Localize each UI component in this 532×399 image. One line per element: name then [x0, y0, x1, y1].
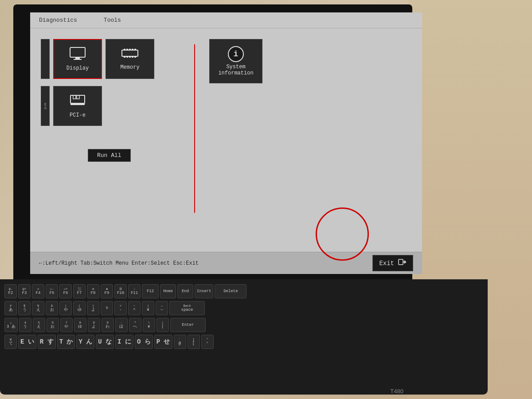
key-f11[interactable]: F12	[142, 284, 159, 298]
key-1-num[interactable]: ↙3 あ	[4, 318, 18, 332]
screen-bezel: Diagnostics Tools	[13, 4, 412, 279]
key-8[interactable]: を	[101, 301, 113, 315]
key-hints: ←:Left/Right Tab:Switch Menu Enter:Selec…	[39, 260, 199, 266]
key-f8[interactable]: ✱F9	[101, 284, 113, 298]
key-f5[interactable]: ☼+F6	[59, 284, 72, 298]
key-enter[interactable]: Enter	[170, 318, 206, 332]
key-minus[interactable]: |¥	[142, 301, 154, 315]
svg-rect-9	[124, 56, 125, 58]
key-bracket-l[interactable]: `@	[174, 335, 186, 349]
key-o[interactable]: O ら	[135, 335, 153, 349]
exit-icon	[398, 258, 407, 269]
key-y[interactable]: Y ん	[76, 335, 94, 349]
key-f9[interactable]: ☰F10	[114, 284, 127, 298]
tile-partial-left-2: ard	[41, 86, 50, 126]
key-0-num[interactable]: 0わ	[102, 318, 114, 332]
key-insert[interactable]: Insert	[195, 284, 213, 298]
pci-icon	[70, 94, 86, 110]
kb-row-fn: ψ-F2 ψ+F3 ✕F4 ☼-F5 ☼+F6 ⬛F7 ⚙F8 ✱F9 ☰F10…	[0, 283, 488, 300]
exit-label: Exit	[379, 260, 394, 267]
run-all-button[interactable]: Run All	[88, 149, 131, 162]
key-caret[interactable]: ^へ	[129, 318, 141, 332]
svg-rect-8	[134, 49, 136, 51]
key-f6[interactable]: ⬛F7	[73, 284, 86, 298]
svg-rect-6	[129, 49, 131, 51]
key-f10[interactable]: ☆F11	[128, 284, 141, 298]
svg-rect-7	[132, 49, 133, 51]
exit-button[interactable]: Exit	[372, 255, 413, 271]
kb-row-letters1: Wて E い R す T か Y ん U な I に O ら P せ `@ {[…	[0, 333, 488, 350]
menu-tools[interactable]: Tools	[104, 17, 121, 23]
svg-rect-14	[70, 95, 85, 103]
key-5-num[interactable]: 5え	[33, 318, 45, 332]
svg-rect-2	[74, 59, 82, 60]
key-w[interactable]: Wて	[4, 335, 17, 349]
diagnostics-section: Display	[39, 37, 190, 162]
svg-rect-13	[134, 56, 136, 58]
key-7[interactable]: )よ	[87, 301, 99, 315]
screen-display: Diagnostics Tools	[30, 12, 422, 274]
menu-bar: Diagnostics Tools	[30, 12, 422, 28]
key-hyphen[interactable]: -ほ	[115, 318, 128, 332]
key-backspace[interactable]: Backspace	[169, 301, 205, 315]
tile-pcie-label: PCI-e	[70, 112, 86, 118]
svg-rect-5	[126, 49, 128, 51]
bottom-bar: ←:Left/Right Tab:Switch Menu Enter:Selec…	[30, 252, 422, 274]
svg-rect-15	[73, 95, 76, 99]
tools-section: i Systeminformation	[207, 37, 264, 85]
svg-rect-16	[77, 95, 79, 99]
key-e[interactable]: E い	[18, 335, 36, 349]
tile-display-label: Display	[66, 65, 89, 71]
key-7-num[interactable]: 7や	[60, 318, 73, 332]
tile-pcie[interactable]: PCI-e	[53, 86, 102, 126]
key-tilde[interactable]: #あ	[4, 301, 17, 315]
key-9-num[interactable]: 9よ	[88, 318, 100, 332]
key-t[interactable]: T か	[57, 335, 75, 349]
key-u[interactable]: U な	[96, 335, 114, 349]
key-p[interactable]: P せ	[154, 335, 172, 349]
key-f2[interactable]: ψ+F3	[18, 284, 31, 298]
key-r[interactable]: R す	[38, 335, 56, 349]
svg-rect-3	[122, 50, 138, 56]
model-badge: T480	[390, 388, 403, 395]
key-4[interactable]: &お	[46, 301, 58, 315]
key-8-num[interactable]: 8ゆ	[74, 318, 86, 332]
tile-system-info-label: Systeminformation	[218, 64, 253, 76]
key-pipe[interactable]: ||	[156, 318, 169, 332]
key-2[interactable]: $う	[18, 301, 31, 315]
svg-rect-1	[75, 57, 80, 59]
tile-memory[interactable]: Memory	[106, 39, 154, 79]
red-divider	[194, 44, 195, 213]
keyboard: ψ-F2 ψ+F3 ✕F4 ☼-F5 ☼+F6 ⬛F7 ⚙F8 ✱F9 ☰F10…	[0, 279, 488, 395]
svg-rect-10	[126, 56, 128, 58]
tile-display[interactable]: Display	[53, 39, 102, 79]
memory-icon	[121, 48, 138, 62]
key-6-num[interactable]: 6お	[47, 318, 59, 332]
key-end[interactable]: End	[177, 284, 193, 298]
key-f7[interactable]: ⚙F8	[87, 284, 99, 298]
key-6[interactable]: (ゆ	[73, 301, 86, 315]
key-f4[interactable]: ☼-F5	[46, 284, 58, 298]
key-home[interactable]: Home	[160, 284, 176, 298]
tile-system-info[interactable]: i Systeminformation	[209, 39, 262, 83]
key-4-num[interactable]: 4う	[19, 318, 31, 332]
key-esc[interactable]: ψ-F2	[4, 284, 17, 298]
key-equals[interactable]: ——	[156, 301, 168, 315]
menu-diagnostics[interactable]: Diagnostics	[39, 17, 77, 23]
tile-partial-left	[41, 39, 50, 79]
key-3[interactable]: %え	[32, 301, 44, 315]
key-yen[interactable]: \¥	[143, 318, 155, 332]
key-0[interactable]: ~^	[128, 301, 141, 315]
tiles-row-1: Display	[39, 37, 190, 81]
key-5[interactable]: |や	[59, 301, 72, 315]
key-9[interactable]: =-	[114, 301, 127, 315]
key-f3[interactable]: ✕F4	[32, 284, 44, 298]
key-delete[interactable]: Delete	[215, 284, 246, 298]
key-backslash[interactable]: °°	[201, 335, 214, 349]
laptop: Diagnostics Tools	[0, 0, 426, 399]
content-area: Display	[30, 28, 422, 252]
key-i[interactable]: I に	[115, 335, 133, 349]
svg-rect-0	[70, 47, 85, 57]
tile-memory-label: Memory	[120, 64, 139, 70]
key-bracket-r[interactable]: {[	[188, 335, 200, 349]
